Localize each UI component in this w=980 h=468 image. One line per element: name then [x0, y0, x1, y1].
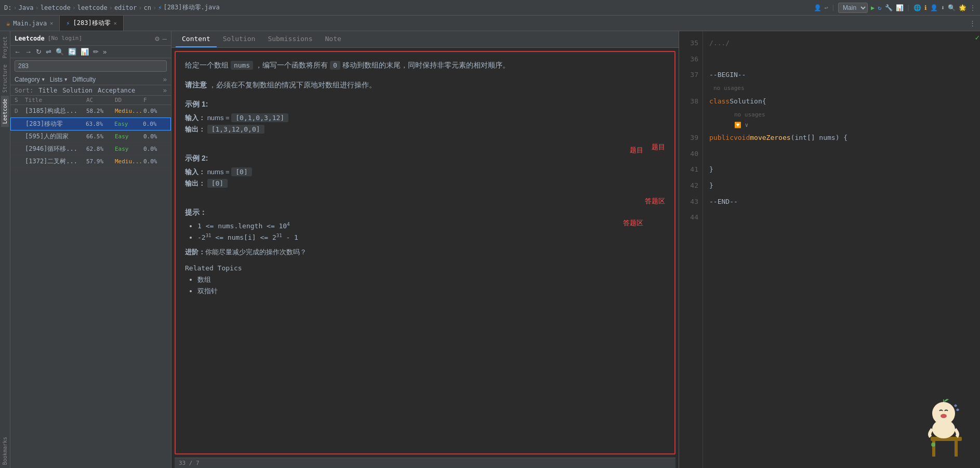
user-icon[interactable]: 👤	[814, 4, 822, 11]
refresh-icon[interactable]: ↻	[878, 4, 881, 11]
table-row[interactable]: D [3185]构成总... 58.2% Mediu... 0.0%	[10, 105, 171, 118]
code-line-36	[709, 51, 969, 68]
main-selector[interactable]: Main	[838, 3, 868, 13]
table-row-selected[interactable]: [283]移动零 63.8% Easy 0.0%	[10, 118, 171, 131]
chart-btn[interactable]: 📊	[79, 47, 90, 56]
leetcode-tab-icon: ⚡	[66, 20, 70, 27]
profile-icon[interactable]: 📊	[896, 4, 904, 11]
problem-description: 给定一个数组 nums ，编写一个函数将所有 0 移动到数组的末尾，同时保持非零…	[185, 59, 665, 72]
code-line-39: public void moveZeroes(int[] nums) {	[709, 130, 969, 146]
java-icon: ☕	[6, 20, 10, 27]
code-line-41: }	[709, 162, 969, 178]
tab-solution[interactable]: Solution	[217, 31, 262, 47]
related-topics: Related Topics 数组 双指针	[185, 264, 665, 296]
code-line-43: --END--	[709, 194, 969, 210]
code-no-usages-1: no usages	[709, 83, 969, 94]
download-icon[interactable]: ⬇	[941, 4, 945, 11]
bottom-bar: 33 / 7	[175, 458, 676, 468]
col-s: S	[15, 97, 25, 103]
sidebar-item-project[interactable]: Project	[1, 33, 9, 61]
col-ac: AC	[86, 97, 115, 103]
left-toolbar: ← → ↻ ⇌ 🔍 🔄 📊 ✏ »	[10, 46, 171, 58]
dropdown-arrow[interactable]: 🔽 ∨	[734, 120, 748, 130]
hint1: 1 <= nums.length <= 104	[197, 222, 665, 230]
right-gutter: ✓	[975, 31, 980, 468]
user2-icon[interactable]: 👤	[930, 4, 938, 11]
sort-title[interactable]: Title	[38, 87, 57, 94]
da-label: 答题区	[623, 218, 643, 228]
problem-tabs: Content Solution Submissions Note	[171, 31, 679, 48]
more-list-btn[interactable]: »	[101, 47, 108, 56]
editor-area: 35 36 37 38 ▽ 39 ▽ 40 41 42 43 44	[679, 31, 980, 468]
content-area: Content Solution Submissions Note 题目 答题区…	[171, 31, 679, 468]
lists-filter[interactable]: Lists▼	[50, 76, 69, 83]
settings-icon[interactable]: ⚙	[155, 34, 159, 43]
success-check-icon: ✓	[975, 33, 979, 42]
back-icon[interactable]: ↩	[825, 4, 828, 11]
code-line-38: class Solution {	[709, 94, 969, 110]
tab-more-button[interactable]: ⋮	[965, 16, 980, 31]
globe-icon[interactable]: 🌐	[913, 4, 921, 11]
refresh-list-btn[interactable]: ↻	[34, 47, 43, 56]
page-count: 33 / 7	[179, 460, 200, 466]
search-input[interactable]	[15, 60, 167, 72]
tab-main-java[interactable]: ☕ Main.java ✕	[0, 16, 60, 31]
sort-bar: Sort: Title Solution Acceptance »	[10, 85, 171, 96]
shuffle-btn[interactable]: ⇌	[44, 47, 53, 56]
run-icon[interactable]: ▶	[871, 4, 875, 11]
code-line-35: /.../	[709, 35, 969, 51]
minimize-icon[interactable]: —	[163, 34, 167, 43]
breadcrumb: D: › Java › leetcode › leetcode › editor…	[4, 3, 814, 12]
sort-solution[interactable]: Solution	[62, 87, 92, 94]
example1-input-label: nums =	[207, 114, 232, 122]
editor-body: 35 36 37 38 ▽ 39 ▽ 40 41 42 43 44	[679, 31, 980, 468]
tab-content[interactable]: Content	[176, 31, 217, 47]
code-line-44	[709, 210, 969, 226]
prev-btn[interactable]: ←	[12, 47, 22, 56]
sidebar-item-bookmarks[interactable]: Bookmarks	[1, 434, 9, 468]
table-row[interactable]: [1372]二叉树... 57.9% Mediu... 0.0%	[10, 155, 171, 168]
ti-label: 题目	[630, 146, 643, 155]
ia-label-1: 题目	[185, 142, 665, 152]
table-row[interactable]: [595]人的国家 66.5% Easy 0.0%	[10, 131, 171, 143]
sidebar-item-leetcode[interactable]: Leetcode	[1, 96, 9, 127]
code-editor[interactable]: /.../ --BEGIN-- no usages class Solution…	[703, 31, 975, 468]
table-row[interactable]: [2946]循环移... 62.8% Easy 0.0%	[10, 143, 171, 155]
tab-close-main[interactable]: ✕	[50, 20, 53, 26]
hints-section: 提示： 1 <= nums.length <= 104 -231 <= nums…	[185, 208, 665, 242]
tab-close-283[interactable]: ✕	[114, 20, 117, 26]
sort-acceptance[interactable]: Acceptance	[98, 87, 135, 94]
edit-btn[interactable]: ✏	[91, 47, 100, 56]
search-top-icon[interactable]: 🔍	[948, 4, 956, 11]
top-bar: D: › Java › leetcode › leetcode › editor…	[0, 0, 980, 16]
code-no-usages-2: no usages	[709, 109, 969, 120]
separator: |	[831, 4, 835, 11]
editor-tab-bar: ☕ Main.java ✕ ⚡ [283]移动零 ✕ ⋮	[0, 16, 980, 31]
search-box	[10, 58, 171, 74]
tab-note[interactable]: Note	[319, 31, 348, 47]
info-icon[interactable]: ℹ	[924, 4, 927, 11]
category-filter[interactable]: Category▼	[15, 76, 46, 83]
more-top-icon[interactable]: ⋮	[970, 4, 976, 11]
search-list-btn[interactable]: 🔍	[54, 47, 65, 56]
filter-bar: Category▼ Lists▼ Difficulty »	[10, 74, 171, 85]
sidebar-item-structure[interactable]: Structure	[1, 61, 9, 96]
difficulty-filter[interactable]: Difficulty	[72, 76, 96, 83]
sort-more-btn[interactable]: »	[163, 86, 167, 94]
col-f: F	[143, 97, 167, 103]
advance-section: 进阶：你能尽量减少完成的操作次数吗？	[185, 248, 665, 257]
next-btn[interactable]: →	[23, 47, 33, 56]
sun-icon[interactable]: 🌟	[959, 4, 966, 11]
hint2: -231 <= nums[i] <= 231 - 1	[197, 233, 665, 241]
tab-283[interactable]: ⚡ [283]移动零 ✕	[60, 16, 123, 31]
left-panel: Leetcode [No login] ⚙ — ← → ↻ ⇌ 🔍 🔄 📊 ✏ …	[10, 31, 171, 468]
reload-btn[interactable]: 🔄	[67, 47, 78, 56]
more-filter-btn[interactable]: »	[163, 75, 167, 83]
problem-note: 请注意 ，必须在不复制数组的情况下原地对数组进行操作。	[185, 79, 665, 92]
code-line-40	[709, 146, 969, 162]
col-title: Title	[25, 97, 86, 103]
tab-submissions[interactable]: Submissions	[261, 31, 319, 47]
example2: 示例 2: 输入： nums = [0] 输出： [0]	[185, 154, 665, 188]
coverage-icon[interactable]: 🔧	[885, 4, 893, 11]
side-icon-bar: Project Structure Leetcode Bookmarks	[0, 31, 10, 468]
